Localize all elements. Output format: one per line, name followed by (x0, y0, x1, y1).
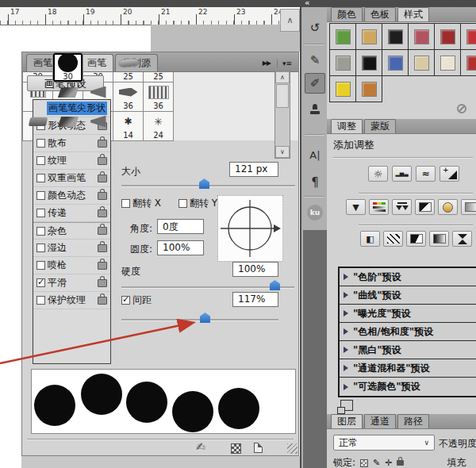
checkbox[interactable] (36, 191, 45, 200)
photo-filter-icon[interactable] (438, 199, 458, 215)
exposure-icon[interactable] (440, 166, 459, 182)
scroll-down-icon[interactable]: ∨ (275, 146, 290, 158)
option-transfer[interactable]: 传递 (33, 205, 110, 222)
tab-channels[interactable]: 通道 (364, 414, 396, 428)
style-cell[interactable] (355, 75, 382, 102)
checkbox[interactable] (36, 296, 45, 305)
panel-resize-grip[interactable] (287, 443, 298, 454)
panel-menu-icon[interactable]: ▾≡ (277, 59, 298, 67)
style-cell[interactable] (329, 49, 356, 76)
history-panel-icon[interactable]: ↺ (305, 17, 325, 38)
size-slider-thumb[interactable] (199, 178, 209, 189)
lock-icon[interactable] (98, 192, 107, 200)
checkbox[interactable] (36, 174, 45, 182)
style-cell[interactable] (408, 23, 435, 50)
hardness-slider-track[interactable] (121, 286, 294, 289)
character-panel-icon[interactable]: A| (305, 144, 325, 165)
style-cell[interactable] (460, 23, 476, 50)
lock-transparency-icon[interactable] (360, 459, 368, 467)
tab-layers[interactable]: 图层 (331, 414, 363, 428)
option-texture[interactable]: 纹理 (33, 152, 110, 170)
style-cell[interactable] (434, 23, 461, 50)
posterize-icon[interactable] (383, 231, 403, 247)
brush-preset-cell[interactable]: ✱ 14 (113, 111, 144, 141)
tab-paths[interactable]: 路径 (397, 414, 429, 428)
preset-group-exposure[interactable]: "曝光度"预设 (340, 305, 476, 323)
vibrance-icon[interactable]: ▼ (346, 199, 366, 215)
brush-angle-diagram[interactable] (217, 195, 283, 262)
size-field[interactable]: 121 px (229, 162, 278, 177)
style-cell[interactable] (434, 49, 461, 76)
option-wet-edges[interactable]: 湿边 (33, 240, 110, 257)
brush-preset-cell[interactable]: 36 (143, 82, 174, 112)
style-cell[interactable] (408, 49, 435, 76)
curves-icon[interactable]: ≈ (416, 166, 436, 182)
style-cell[interactable] (382, 23, 409, 50)
tab-brush[interactable]: 画笔 (80, 54, 113, 71)
style-cell[interactable] (329, 75, 356, 102)
tab-adjustments[interactable]: 调整 (331, 119, 363, 133)
spacing-checkbox[interactable] (121, 296, 130, 305)
expand-triangle-icon[interactable] (344, 347, 348, 353)
tab-swatches[interactable]: 色板 (364, 7, 396, 21)
expand-triangle-icon[interactable] (344, 274, 348, 280)
preset-group-curves[interactable]: "曲线"预设 (340, 286, 476, 305)
flip-y-checkbox-group[interactable]: 翻转 Y (178, 197, 217, 210)
tab-color[interactable]: 颜色 (331, 7, 363, 21)
threshold-icon[interactable] (406, 231, 426, 247)
preset-group-channel-mixer[interactable]: "通道混和器"预设 (340, 359, 476, 378)
option-airbrush[interactable]: 喷枪 (33, 257, 110, 274)
checkbox[interactable] (36, 244, 45, 252)
blend-mode-dropdown[interactable]: 正常 ∨ (333, 435, 435, 451)
selective-color-icon[interactable] (452, 231, 472, 247)
checkbox[interactable] (36, 227, 45, 236)
brush-preset-cell[interactable]: ✳ 24 (143, 111, 174, 141)
hardness-field[interactable]: 100% (232, 262, 278, 277)
spacing-checkbox-group[interactable]: 间距 (121, 293, 152, 307)
tab-masks[interactable]: 蒙版 (364, 119, 396, 133)
option-dual-brush[interactable]: 双重画笔 (33, 170, 110, 187)
expand-triangle-icon[interactable] (344, 310, 348, 316)
scroll-up-icon[interactable]: ∧ (275, 71, 290, 83)
checkbox[interactable] (36, 209, 45, 217)
gradient-map-icon[interactable] (429, 231, 449, 247)
preset-group-hue-saturation[interactable]: "色相/饱和度"预设 (340, 323, 476, 341)
lock-icon[interactable] (98, 262, 107, 270)
hue-saturation-icon[interactable] (369, 199, 389, 215)
spacing-field[interactable]: 117% (232, 292, 278, 307)
lock-move-icon[interactable]: ✛ (385, 458, 392, 468)
flip-x-checkbox-group[interactable]: 翻转 X (121, 197, 161, 210)
preset-group-levels[interactable]: "色阶"预设 (340, 268, 476, 286)
lock-icon[interactable] (98, 157, 107, 165)
kuler-panel-icon[interactable]: ku (305, 202, 325, 223)
lock-icon[interactable] (98, 279, 107, 287)
expand-triangle-icon[interactable] (344, 328, 348, 335)
no-style-icon[interactable] (457, 104, 466, 113)
color-balance-icon[interactable] (392, 199, 412, 215)
invert-icon[interactable]: ◧ (360, 231, 380, 247)
checkbox[interactable] (36, 139, 45, 148)
scrollbar-thumb[interactable] (276, 84, 289, 108)
flip-y-checkbox[interactable] (178, 199, 187, 208)
clone-source-panel-icon[interactable] (305, 98, 325, 119)
preset-group-black-white[interactable]: "黑白"预设 (340, 341, 476, 359)
scrollbar-up-arrow[interactable]: ∧ (280, 9, 300, 32)
preset-group-selective-color[interactable]: "可选颜色"预设 (340, 378, 476, 396)
brush-presets-panel-icon[interactable]: ✎ (305, 50, 325, 71)
flip-x-checkbox[interactable] (121, 199, 130, 208)
lock-icon[interactable] (98, 175, 107, 182)
brush-preset-cell[interactable]: 36 (113, 82, 144, 112)
expand-triangle-icon[interactable] (344, 292, 348, 298)
channel-mixer-icon[interactable] (461, 199, 476, 215)
option-color-dynamics[interactable]: 颜色动态 (33, 187, 110, 205)
new-brush-icon[interactable] (254, 443, 263, 453)
lock-icon[interactable] (98, 297, 107, 305)
paragraph-panel-icon[interactable]: ¶ (305, 172, 325, 193)
lock-icon[interactable] (98, 209, 107, 217)
panel-flyout-icon[interactable]: ▶▶ (263, 59, 275, 67)
style-cell[interactable] (382, 49, 409, 76)
expand-triangle-icon[interactable] (344, 365, 348, 371)
lock-all-icon[interactable] (397, 460, 404, 466)
angle-field[interactable]: 0度 (157, 219, 204, 234)
checkbox-checked[interactable] (36, 278, 45, 287)
